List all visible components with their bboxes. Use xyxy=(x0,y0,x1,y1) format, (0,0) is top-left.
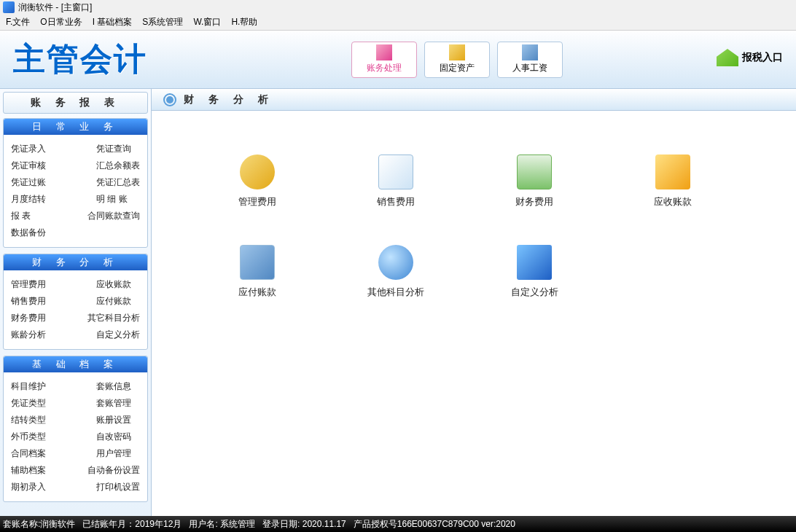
menu-help[interactable]: H.帮助 xyxy=(231,16,257,28)
tax-entry-link[interactable]: 报税入口 xyxy=(717,49,783,66)
item-finance-expense[interactable]: 财务费用 xyxy=(465,154,604,208)
item-custom-analysis[interactable]: 自定义分析 xyxy=(465,245,604,299)
link-other-analysis[interactable]: 其它科目分析 xyxy=(87,312,140,324)
link-data-backup[interactable]: 数据备份 xyxy=(11,227,55,239)
icon-grid: 管理费用 销售费用 财务费用 应收账款 应付账款 其他科目分析 自定义分析 xyxy=(152,111,796,343)
hr-icon xyxy=(522,44,538,60)
group-header: 日 常 业 务 xyxy=(4,119,147,135)
link-contract-file[interactable]: 合同档案 xyxy=(11,447,55,460)
group-body: 科目维护套账信息 凭证类型套账管理 结转类型账册设置 外币类型自改密码 合同档案… xyxy=(4,372,147,501)
link-receivables[interactable]: 应收账款 xyxy=(96,278,140,291)
menu-daily[interactable]: O日常业务 xyxy=(40,16,82,28)
window-title: 润衡软件 - [主窗口] xyxy=(18,1,92,14)
document-icon xyxy=(378,154,413,189)
folder-icon xyxy=(517,245,552,280)
tax-entry-label: 报税入口 xyxy=(742,51,783,64)
fixed-assets-icon xyxy=(449,44,465,60)
status-license: 产品授权号166E00637C879C00 ver:2020 xyxy=(354,518,515,531)
group-header: 财 务 分 析 xyxy=(4,254,147,270)
calendar-icon xyxy=(517,154,552,189)
link-user-mgmt[interactable]: 用户管理 xyxy=(96,447,140,460)
link-account-info[interactable]: 套账信息 xyxy=(96,380,140,393)
titlebar: 润衡软件 - [主窗口] xyxy=(0,0,796,15)
item-other-analysis[interactable]: 其他科目分析 xyxy=(327,245,465,299)
status-account: 套账名称:润衡软件 xyxy=(3,518,75,531)
house-icon xyxy=(717,49,738,66)
link-voucher-type[interactable]: 凭证类型 xyxy=(11,397,55,410)
menu-window[interactable]: W.窗口 xyxy=(193,16,221,28)
link-month-close[interactable]: 月度结转 xyxy=(11,193,55,206)
item-mgmt-expense[interactable]: 管理费用 xyxy=(188,154,327,208)
link-contract-query[interactable]: 合同账款查询 xyxy=(87,210,140,222)
group-body: 管理费用应收账款 销售费用应付账款 财务费用其它科目分析 账龄分析自定义分析 xyxy=(4,270,147,349)
item-sales-expense[interactable]: 销售费用 xyxy=(327,154,465,208)
magnifier-icon xyxy=(378,245,413,280)
link-voucher-audit[interactable]: 凭证审核 xyxy=(11,160,55,172)
link-voucher-post[interactable]: 凭证过账 xyxy=(11,176,55,189)
item-label: 其他科目分析 xyxy=(367,286,424,299)
body: 账 务 报 表 日 常 业 务 凭证录入凭证查询 凭证审核汇总余额表 凭证过账凭… xyxy=(0,89,796,516)
group-header: 基 础 档 案 xyxy=(4,356,147,372)
toolbar-label: 固定资产 xyxy=(440,62,475,74)
item-label: 应收账款 xyxy=(654,195,692,208)
gear-icon xyxy=(240,154,275,189)
document-icon xyxy=(240,245,275,280)
link-printer-setup[interactable]: 打印机设置 xyxy=(96,481,140,493)
link-detail-ledger[interactable]: 明 细 账 xyxy=(96,193,140,206)
toolbar-accounting[interactable]: 账务处理 xyxy=(351,42,417,78)
link-voucher-query[interactable]: 凭证查询 xyxy=(96,143,140,155)
main-header-title: 财 务 分 析 xyxy=(184,93,274,106)
link-change-password[interactable]: 自改密码 xyxy=(96,431,140,443)
toolbar-fixed-assets[interactable]: 固定资产 xyxy=(424,42,490,78)
link-empty xyxy=(96,227,140,239)
link-finance-expense[interactable]: 财务费用 xyxy=(11,312,55,324)
item-label: 自定义分析 xyxy=(511,286,558,299)
item-label: 销售费用 xyxy=(377,195,415,208)
header: 主管会计 账务处理 固定资产 人事工资 报税入口 xyxy=(0,31,796,89)
link-payables[interactable]: 应付账款 xyxy=(96,295,140,308)
status-user: 用户名: 系统管理 xyxy=(189,518,255,531)
link-balance-sheet[interactable]: 汇总余额表 xyxy=(96,160,140,172)
menubar: F.文件 O日常业务 I 基础档案 S系统管理 W.窗口 H.帮助 xyxy=(0,15,796,31)
link-custom-analysis[interactable]: 自定义分析 xyxy=(96,329,140,341)
toolbar-label: 人事工资 xyxy=(512,62,547,74)
link-report[interactable]: 报 表 xyxy=(11,210,55,222)
sidebar-top-header: 账 务 报 表 xyxy=(3,92,148,114)
circle-icon xyxy=(163,93,176,106)
link-auto-backup[interactable]: 自动备份设置 xyxy=(87,464,140,477)
link-sales-expense[interactable]: 销售费用 xyxy=(11,295,55,308)
item-label: 财务费用 xyxy=(515,195,553,208)
link-aux-file[interactable]: 辅助档案 xyxy=(11,464,55,477)
sidebar-group-finance: 财 务 分 析 管理费用应收账款 销售费用应付账款 财务费用其它科目分析 账龄分… xyxy=(3,254,148,350)
item-payables[interactable]: 应付账款 xyxy=(188,245,327,299)
app-icon xyxy=(3,1,15,13)
toolbar-hr-salary[interactable]: 人事工资 xyxy=(497,42,563,78)
link-subject-maint[interactable]: 科目维护 xyxy=(11,380,55,393)
toolbar-label: 账务处理 xyxy=(367,62,402,74)
sidebar-group-basic: 基 础 档 案 科目维护套账信息 凭证类型套账管理 结转类型账册设置 外币类型自… xyxy=(3,356,148,502)
item-label: 管理费用 xyxy=(238,195,276,208)
link-voucher-summary[interactable]: 凭证汇总表 xyxy=(96,176,140,189)
item-label: 应付账款 xyxy=(238,286,276,299)
link-book-settings[interactable]: 账册设置 xyxy=(96,414,140,426)
link-voucher-entry[interactable]: 凭证录入 xyxy=(11,143,55,155)
link-currency-type[interactable]: 外币类型 xyxy=(11,431,55,443)
sidebar: 账 务 报 表 日 常 业 务 凭证录入凭证查询 凭证审核汇总余额表 凭证过账凭… xyxy=(0,89,152,516)
toolbar: 账务处理 固定资产 人事工资 xyxy=(351,42,563,78)
link-account-mgmt[interactable]: 套账管理 xyxy=(96,397,140,410)
menu-file[interactable]: F.文件 xyxy=(6,16,30,28)
main-header: 财 务 分 析 xyxy=(152,89,796,111)
group-body: 凭证录入凭证查询 凭证审核汇总余额表 凭证过账凭证汇总表 月度结转明 细 账 报… xyxy=(4,135,147,247)
accounting-icon xyxy=(376,44,392,60)
menu-system[interactable]: S系统管理 xyxy=(142,16,183,28)
link-mgmt-expense[interactable]: 管理费用 xyxy=(11,278,55,291)
statusbar: 套账名称:润衡软件 已结账年月：2019年12月 用户名: 系统管理 登录日期:… xyxy=(0,516,796,532)
link-initial-entry[interactable]: 期初录入 xyxy=(11,481,55,493)
link-transfer-type[interactable]: 结转类型 xyxy=(11,414,55,426)
item-receivables[interactable]: 应收账款 xyxy=(604,154,742,208)
status-login: 登录日期: 2020.11.17 xyxy=(262,518,346,531)
coins-icon xyxy=(655,154,690,189)
menu-basic[interactable]: I 基础档案 xyxy=(93,16,133,28)
sidebar-group-daily: 日 常 业 务 凭证录入凭证查询 凭证审核汇总余额表 凭证过账凭证汇总表 月度结… xyxy=(3,118,148,248)
link-aging[interactable]: 账龄分析 xyxy=(11,329,55,341)
